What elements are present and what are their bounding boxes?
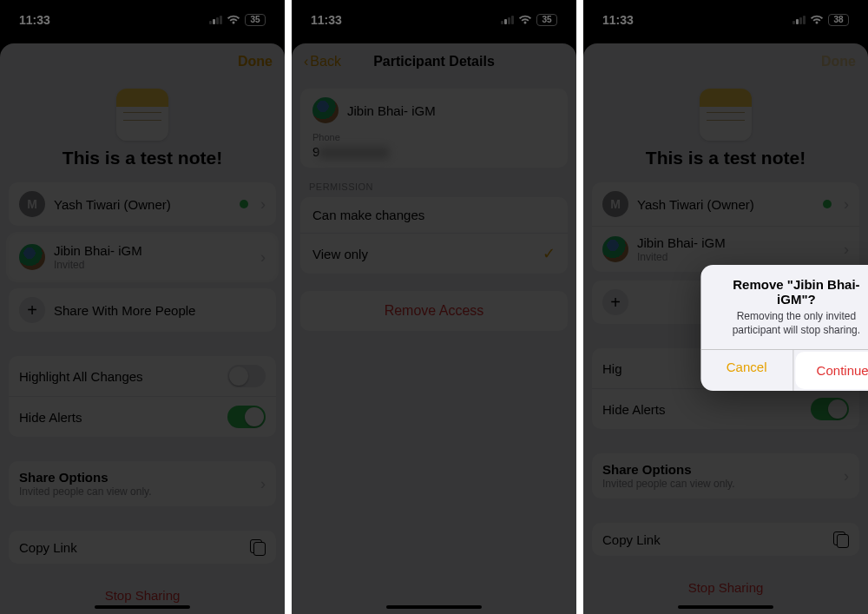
share-options-sub: Invited people can view only. bbox=[19, 485, 252, 498]
status-bar: 11:33 35 bbox=[0, 0, 285, 35]
cancel-button[interactable]: Cancel bbox=[700, 350, 793, 391]
continue-button[interactable]: Continue bbox=[797, 353, 868, 387]
screenshot-1: 11:33 35 Done This is a test note! M Yas… bbox=[0, 0, 285, 614]
checkmark-icon: ✓ bbox=[542, 244, 556, 263]
wifi-icon bbox=[810, 15, 824, 25]
status-time: 11:33 bbox=[19, 13, 50, 27]
owner-name: Yash Tiwari (Owner) bbox=[637, 197, 814, 212]
done-button[interactable]: Done bbox=[238, 54, 273, 69]
permission-header: PERMISSION bbox=[309, 182, 559, 192]
sheet-header: ‹ Back Participant Details bbox=[292, 43, 576, 80]
cellular-icon bbox=[501, 16, 514, 24]
plus-icon: + bbox=[19, 297, 45, 323]
modal-message: Removing the only invited participant wi… bbox=[700, 310, 868, 349]
chevron-right-icon: › bbox=[844, 467, 849, 485]
chevron-right-icon: › bbox=[260, 475, 266, 493]
note-title: This is a test note! bbox=[0, 148, 285, 168]
phone-label: Phone bbox=[312, 132, 556, 142]
highlight-toggle[interactable] bbox=[227, 365, 266, 387]
home-indicator[interactable] bbox=[678, 605, 773, 609]
home-indicator[interactable] bbox=[95, 605, 190, 609]
participant-status: Invited bbox=[54, 259, 252, 271]
online-dot-icon bbox=[240, 200, 248, 208]
status-right: 35 bbox=[501, 14, 557, 26]
participant-row[interactable]: Jibin Bhai- iGM Invited › bbox=[9, 234, 276, 280]
contact-card: Jibin Bhai- iGM Phone 9 bbox=[300, 89, 568, 168]
owner-row[interactable]: M Yash Tiwari (Owner) › bbox=[9, 182, 276, 226]
redacted-phone bbox=[319, 147, 389, 159]
perm-view-only-label: View only bbox=[312, 247, 368, 261]
perm-can-edit-row[interactable]: Can make changes bbox=[300, 197, 568, 234]
modal-title: Remove "Jibin Bhai- iGM"? bbox=[700, 265, 868, 310]
wifi-icon bbox=[227, 15, 240, 25]
online-dot-icon bbox=[823, 200, 832, 208]
perm-can-edit-label: Can make changes bbox=[312, 208, 424, 222]
participant-avatar bbox=[312, 97, 339, 123]
hide-alerts-toggle[interactable] bbox=[227, 406, 266, 428]
share-more-row[interactable]: + Share With More People bbox=[9, 288, 276, 332]
highlight-changes-row[interactable]: Highlight All Changes bbox=[9, 356, 276, 397]
participant-details-sheet: ‹ Back Participant Details Jibin Bhai- i… bbox=[292, 43, 576, 614]
wifi-icon bbox=[518, 15, 532, 25]
done-button[interactable]: Done bbox=[821, 54, 856, 69]
status-bar: 11:33 38 bbox=[583, 0, 868, 35]
sheet-header: Done bbox=[0, 43, 285, 80]
chevron-right-icon: › bbox=[844, 241, 849, 259]
status-right: 38 bbox=[792, 14, 849, 26]
copy-link-row[interactable]: Copy Link bbox=[592, 523, 859, 556]
owner-row[interactable]: M Yash Tiwari (Owner) › bbox=[592, 182, 859, 227]
status-time: 11:33 bbox=[311, 13, 342, 27]
chevron-right-icon: › bbox=[260, 248, 266, 267]
sheet-header: Done bbox=[583, 43, 868, 80]
participant-status: Invited bbox=[637, 251, 835, 263]
status-right: 35 bbox=[209, 14, 266, 26]
plus-icon: + bbox=[602, 289, 628, 315]
participant-avatar bbox=[602, 236, 628, 262]
participant-name: Jibin Bhai- iGM bbox=[347, 103, 436, 118]
share-options-title: Share Options bbox=[602, 462, 835, 477]
share-options-title: Share Options bbox=[19, 470, 252, 485]
note-title: This is a test note! bbox=[583, 148, 868, 168]
participant-avatar bbox=[19, 244, 45, 270]
battery-icon: 35 bbox=[245, 14, 266, 26]
copy-link-row[interactable]: Copy Link bbox=[9, 531, 276, 564]
cellular-icon bbox=[209, 16, 222, 24]
copy-icon bbox=[250, 539, 266, 555]
screenshot-2: 11:33 35 ‹ Back Participant Details Jibi… bbox=[292, 0, 576, 614]
chevron-right-icon: › bbox=[260, 195, 266, 214]
battery-icon: 38 bbox=[828, 14, 849, 26]
participant-name: Jibin Bhai- iGM bbox=[637, 235, 835, 250]
share-options-row[interactable]: Share Options Invited people can view on… bbox=[9, 461, 276, 506]
cellular-icon bbox=[792, 16, 806, 24]
battery-icon: 35 bbox=[536, 14, 557, 26]
phone-value: 9 bbox=[312, 144, 556, 159]
hide-alerts-row[interactable]: Hide Alerts bbox=[592, 389, 859, 429]
status-bar: 11:33 35 bbox=[292, 0, 576, 35]
screenshot-3: 11:33 38 Done This is a test note! M Yas… bbox=[583, 0, 868, 614]
owner-avatar: M bbox=[19, 191, 45, 217]
owner-avatar: M bbox=[602, 191, 628, 217]
notes-app-icon bbox=[116, 89, 168, 141]
status-time: 11:33 bbox=[602, 13, 634, 27]
hide-alerts-label: Hide Alerts bbox=[602, 402, 802, 417]
perm-view-only-row[interactable]: View only ✓ bbox=[300, 234, 568, 274]
copy-link-label: Copy Link bbox=[602, 532, 825, 547]
share-more-label: Share With More People bbox=[54, 303, 266, 318]
home-indicator[interactable] bbox=[386, 605, 482, 609]
participant-name: Jibin Bhai- iGM bbox=[54, 243, 252, 258]
share-options-row[interactable]: Share Options Invited people can view on… bbox=[592, 453, 859, 498]
hide-alerts-toggle[interactable] bbox=[811, 398, 849, 420]
remove-access-button[interactable]: Remove Access bbox=[300, 291, 568, 331]
share-sheet: Done This is a test note! M Yash Tiwari … bbox=[0, 43, 285, 614]
share-options-sub: Invited people can view only. bbox=[602, 478, 835, 490]
copy-link-label: Copy Link bbox=[19, 540, 241, 555]
copy-icon bbox=[833, 531, 849, 547]
hide-alerts-label: Hide Alerts bbox=[19, 410, 219, 425]
hide-alerts-row[interactable]: Hide Alerts bbox=[9, 397, 276, 437]
owner-name: Yash Tiwari (Owner) bbox=[54, 197, 231, 212]
chevron-right-icon: › bbox=[844, 195, 849, 214]
notes-app-icon bbox=[700, 89, 752, 141]
highlight-changes-label: Highlight All Changes bbox=[19, 369, 219, 384]
header-title: Participant Details bbox=[292, 54, 576, 69]
remove-confirmation-modal: Remove "Jibin Bhai- iGM"? Removing the o… bbox=[700, 265, 868, 391]
